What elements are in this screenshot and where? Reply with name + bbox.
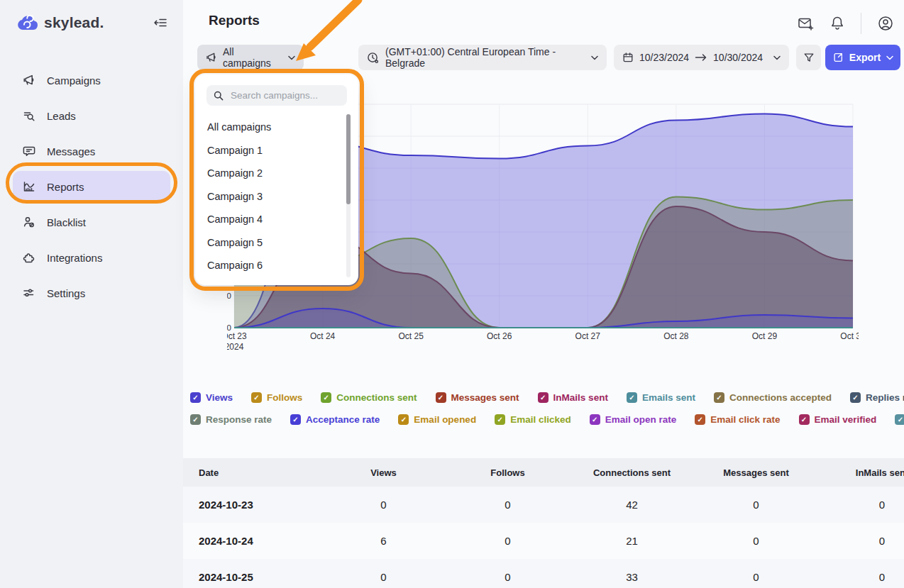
chart-legend-row-1: ✓Views✓Follows✓Connections sent✓Messages… <box>190 392 900 403</box>
filter-button[interactable] <box>796 45 821 70</box>
legend-checkbox-checked[interactable]: ✓ <box>398 414 409 425</box>
legend-item[interactable]: ✓Connections accepted <box>714 392 832 403</box>
dropdown-item-5[interactable]: Campaign 5 <box>207 231 358 255</box>
chart-legend-row-2: ✓Response rate✓Acceptance rate✓Email ope… <box>190 414 900 425</box>
account-icon[interactable] <box>877 15 894 32</box>
campaigns-dropdown-button[interactable]: All campaigns <box>197 45 304 70</box>
sidebar-item-blacklist[interactable]: Blacklist <box>13 206 170 238</box>
campaign-search-box[interactable] <box>206 85 347 106</box>
table-cell-value: 0 <box>442 523 573 559</box>
export-button[interactable]: Export <box>825 45 900 70</box>
legend-checkbox-checked[interactable]: ✓ <box>895 414 904 425</box>
legend-checkbox-checked[interactable]: ✓ <box>590 414 600 425</box>
svg-text:Oct 24: Oct 24 <box>310 331 336 341</box>
dropdown-item-2[interactable]: Campaign 2 <box>207 162 358 185</box>
sidebar-item-label: Campaigns <box>47 74 101 87</box>
table-cell-value: 0 <box>690 559 822 588</box>
legend-item[interactable]: ✓Acceptance rate <box>290 414 380 425</box>
legend-checkbox-checked[interactable]: ✓ <box>538 392 549 403</box>
legend-item[interactable]: ✓Follows <box>251 392 302 403</box>
legend-item[interactable]: ✓Email open rate <box>590 414 677 425</box>
sidebar-item-label: Leads <box>47 110 76 122</box>
dropdown-scrollbar[interactable] <box>346 114 351 277</box>
legend-item[interactable]: ✓Replies received <box>850 392 904 403</box>
sidebar-item-integrations[interactable]: Integrations <box>13 242 170 273</box>
legend-checkbox-checked[interactable]: ✓ <box>436 392 446 403</box>
sidebar-item-label: Reports <box>47 181 84 193</box>
legend-item[interactable]: ✓Bounce rate <box>895 414 904 425</box>
table-cell-value: 0 <box>442 559 573 588</box>
legend-item[interactable]: ✓Email clicked <box>495 414 571 425</box>
table-cell-value: 0 <box>325 487 442 523</box>
table-cell-value: 6 <box>325 523 442 559</box>
table-cell-value: 0 <box>822 487 904 523</box>
legend-item[interactable]: ✓Email click rate <box>695 414 780 425</box>
header-divider <box>861 13 861 34</box>
table-header-cell: Views <box>325 458 442 487</box>
funnel-icon <box>803 52 815 63</box>
table-header-cell: Date <box>183 458 325 487</box>
sidebar-item-label: Blacklist <box>47 216 86 228</box>
legend-checkbox-checked[interactable]: ✓ <box>799 414 810 425</box>
sidebar-item-leads[interactable]: Leads <box>13 100 170 131</box>
legend-label: Emails sent <box>642 392 695 403</box>
legend-item[interactable]: ✓Email verified <box>799 414 877 425</box>
svg-text:Oct 30: Oct 30 <box>840 331 859 341</box>
dropdown-scrollbar-thumb[interactable] <box>346 114 351 204</box>
legend-item[interactable]: ✓Email opened <box>398 414 476 425</box>
legend-label: InMails sent <box>553 392 608 403</box>
legend-checkbox-checked[interactable]: ✓ <box>495 414 505 425</box>
legend-item[interactable]: ✓Messages sent <box>436 392 519 403</box>
user-block-icon <box>23 216 35 228</box>
legend-checkbox-checked[interactable]: ✓ <box>251 392 262 403</box>
dropdown-item-3[interactable]: Campaign 3 <box>207 185 358 209</box>
legend-item[interactable]: ✓Connections sent <box>321 392 417 403</box>
table-cell-value: 0 <box>690 487 822 523</box>
legend-label: Email verified <box>815 414 877 425</box>
legend-item[interactable]: ✓Views <box>190 392 233 403</box>
legend-item[interactable]: ✓Response rate <box>190 414 272 425</box>
campaigns-dropdown-value: All campaigns <box>223 46 282 69</box>
table-cell-date: 2024-10-24 <box>183 523 325 559</box>
legend-checkbox-checked[interactable]: ✓ <box>190 392 201 403</box>
sidebar-item-reports[interactable]: Reports <box>13 171 170 202</box>
sidebar: skylead. Campaigns Leads <box>0 0 183 588</box>
legend-checkbox-checked[interactable]: ✓ <box>290 414 301 425</box>
legend-label: Connections sent <box>336 392 417 403</box>
report-table: DateViewsFollowsConnections sentMessages… <box>183 458 904 588</box>
message-icon <box>23 145 35 157</box>
legend-checkbox-checked[interactable]: ✓ <box>850 392 861 403</box>
skylead-app: skylead. Campaigns Leads <box>0 0 904 588</box>
report-chart-icon <box>23 180 35 193</box>
legend-item[interactable]: ✓InMails sent <box>538 392 608 403</box>
sidebar-item-campaigns[interactable]: Campaigns <box>13 65 170 96</box>
table-cell-value: 0 <box>822 523 904 559</box>
legend-checkbox-checked[interactable]: ✓ <box>714 392 724 403</box>
sidebar-collapse-icon[interactable] <box>153 16 167 29</box>
mail-plus-icon[interactable] <box>797 15 814 32</box>
dropdown-item-0[interactable]: All campaigns <box>207 116 358 139</box>
dropdown-item-4[interactable]: Campaign 4 <box>207 208 358 231</box>
campaign-search-input[interactable] <box>229 89 336 101</box>
svg-text:10: 10 <box>227 292 231 300</box>
megaphone-icon <box>206 52 217 63</box>
legend-checkbox-checked[interactable]: ✓ <box>695 414 705 425</box>
sliders-icon <box>23 287 35 299</box>
table-row: 2024-10-23004200 <box>183 487 904 523</box>
legend-checkbox-checked[interactable]: ✓ <box>190 414 201 425</box>
table-header-cell: Connections sent <box>573 458 690 487</box>
bell-icon[interactable] <box>829 15 845 32</box>
legend-item[interactable]: ✓Emails sent <box>627 392 695 403</box>
sidebar-item-settings[interactable]: Settings <box>13 277 170 309</box>
table-row: 2024-10-24602100 <box>183 523 904 559</box>
table-row: 2024-10-25003300 <box>183 559 904 588</box>
sidebar-item-messages[interactable]: Messages <box>13 135 170 167</box>
dropdown-item-1[interactable]: Campaign 1 <box>207 139 358 162</box>
campaigns-dropdown-panel: All campaignsCampaign 1Campaign 2Campaig… <box>195 74 358 285</box>
legend-checkbox-checked[interactable]: ✓ <box>321 392 331 403</box>
date-range-picker[interactable]: 10/23/2024 10/30/2024 <box>614 45 789 70</box>
legend-checkbox-checked[interactable]: ✓ <box>627 392 637 403</box>
timezone-select[interactable]: (GMT+01:00) Central European Time - Belg… <box>358 45 607 70</box>
campaign-list: All campaignsCampaign 1Campaign 2Campaig… <box>195 113 358 277</box>
dropdown-item-6[interactable]: Campaign 6 <box>207 254 358 277</box>
